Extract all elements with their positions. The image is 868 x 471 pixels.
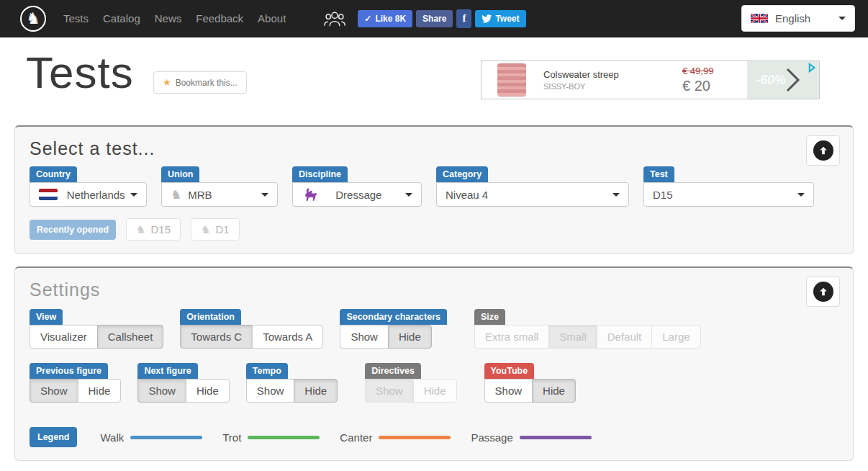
orientation-towards-c-button[interactable]: Towards C bbox=[180, 325, 253, 349]
next-figure-show-button[interactable]: Show bbox=[137, 379, 186, 403]
ad-current-price: € 20 bbox=[682, 78, 747, 94]
discipline-value: Dressage bbox=[335, 189, 381, 201]
directives-hide-button: Hide bbox=[413, 379, 457, 403]
mrb-union-icon: ♞ bbox=[201, 224, 210, 235]
top-navbar: ♞ Tests Catalog News Feedback About ✓ Li… bbox=[0, 0, 868, 37]
legend-canter: Canter bbox=[340, 431, 451, 444]
setting-youtube: YouTube Show Hide bbox=[484, 363, 576, 403]
previous-figure-show-button[interactable]: Show bbox=[30, 379, 78, 403]
nav-item-feedback[interactable]: Feedback bbox=[189, 12, 250, 24]
select-test-panel: Select a test... Country Netherlands Uni… bbox=[14, 125, 854, 254]
country-dropdown[interactable]: Netherlands bbox=[30, 182, 147, 207]
recently-opened-badge: Recently opened bbox=[30, 220, 116, 240]
legend-trot: Trot bbox=[222, 431, 320, 444]
canter-line bbox=[379, 436, 451, 439]
youtube-hide-button[interactable]: Hide bbox=[532, 379, 576, 403]
language-selector[interactable]: English bbox=[741, 5, 855, 32]
category-dropdown[interactable]: Niveau 4 bbox=[436, 182, 629, 207]
nav-item-news[interactable]: News bbox=[148, 12, 189, 24]
test-filters: Country Netherlands Union ♞ MRB Discipli… bbox=[30, 166, 838, 207]
settings-panel: Settings View Visualizer Callsheet Orien… bbox=[14, 266, 854, 461]
facebook-share-button[interactable]: Share bbox=[416, 10, 453, 27]
legend-row: Legend Walk Trot Canter Passage bbox=[30, 427, 838, 447]
trot-line bbox=[248, 436, 320, 439]
size-small-button: Small bbox=[548, 325, 597, 349]
social-buttons: ✓ Like 8K Share f Tweet bbox=[323, 9, 529, 28]
secondary-characters-hide-button[interactable]: Hide bbox=[388, 325, 432, 349]
orientation-towards-a-button[interactable]: Towards A bbox=[252, 325, 323, 349]
youtube-show-button[interactable]: Show bbox=[484, 379, 533, 403]
setting-size-label: Size bbox=[474, 309, 505, 325]
tweet-button[interactable]: Tweet bbox=[475, 10, 525, 27]
setting-size: Size Extra small Small Default Large bbox=[474, 309, 701, 349]
ad-banner[interactable]: Colsweater streep SISSY-BOY € 49,99 € 20… bbox=[481, 60, 820, 99]
category-value: Niveau 4 bbox=[446, 189, 488, 201]
legend-badge: Legend bbox=[30, 427, 77, 447]
ad-product-name: Colsweater streep bbox=[543, 69, 619, 80]
tempo-hide-button[interactable]: Hide bbox=[294, 379, 338, 403]
chevron-down-icon bbox=[612, 193, 620, 197]
settings-row-1: View Visualizer Callsheet Orientation To… bbox=[30, 309, 838, 349]
setting-youtube-label: YouTube bbox=[484, 363, 535, 379]
bookmark-button[interactable]: ★ Bookmark this... bbox=[153, 71, 247, 94]
filter-discipline: Discipline Dressage bbox=[292, 166, 422, 207]
discipline-dropdown[interactable]: Dressage bbox=[292, 182, 422, 207]
ad-discount-label: -60% bbox=[756, 73, 786, 88]
recent-test-d15[interactable]: ♞ D15 bbox=[126, 218, 181, 241]
facebook-like-button[interactable]: ✓ Like 8K bbox=[358, 10, 412, 27]
scroll-top-button[interactable] bbox=[806, 277, 840, 307]
legend-passage: Passage bbox=[471, 431, 591, 444]
chevron-right-icon bbox=[785, 68, 801, 92]
setting-directives-label: Directives bbox=[365, 363, 421, 379]
setting-previous-figure: Previous figure Show Hide bbox=[30, 363, 121, 403]
check-icon: ✓ bbox=[364, 14, 371, 24]
filter-test: Test D15 bbox=[643, 166, 814, 207]
test-value: D15 bbox=[653, 189, 673, 201]
view-visualizer-button[interactable]: Visualizer bbox=[30, 325, 98, 349]
setting-secondary-characters-label: Secondary characters bbox=[340, 309, 447, 325]
facebook-icon[interactable]: f bbox=[456, 9, 471, 28]
filter-union: Union ♞ MRB bbox=[161, 166, 278, 207]
twitter-bird-icon bbox=[482, 14, 492, 23]
chevron-down-icon bbox=[261, 193, 268, 197]
knight-icon: ♞ bbox=[26, 11, 40, 27]
walk-line bbox=[130, 436, 202, 439]
filter-country-label: Country bbox=[30, 166, 77, 182]
tempo-show-button[interactable]: Show bbox=[246, 379, 295, 403]
legend-trot-label: Trot bbox=[222, 431, 241, 444]
recent-test-d1[interactable]: ♞ D1 bbox=[191, 218, 240, 241]
legend-walk: Walk bbox=[100, 431, 202, 444]
secondary-characters-show-button[interactable]: Show bbox=[340, 325, 389, 349]
previous-figure-hide-button[interactable]: Hide bbox=[78, 379, 122, 403]
filter-test-label: Test bbox=[643, 166, 674, 182]
select-test-title: Select a test... bbox=[30, 138, 838, 159]
adchoices-icon[interactable] bbox=[808, 63, 818, 73]
size-default-button: Default bbox=[597, 325, 653, 349]
view-callsheet-button[interactable]: Callsheet bbox=[97, 325, 164, 349]
arrow-up-icon bbox=[813, 282, 833, 302]
test-dropdown[interactable]: D15 bbox=[643, 182, 814, 207]
brand-logo[interactable]: ♞ bbox=[20, 6, 46, 32]
setting-orientation-label: Orientation bbox=[180, 309, 241, 325]
nav-item-about[interactable]: About bbox=[250, 12, 293, 24]
mrb-union-icon: ♞ bbox=[136, 224, 145, 235]
uk-flag-icon bbox=[751, 14, 768, 23]
star-icon: ★ bbox=[163, 77, 171, 88]
chevron-down-icon bbox=[130, 193, 137, 197]
page-title: Tests bbox=[26, 50, 134, 95]
next-figure-hide-button[interactable]: Hide bbox=[186, 379, 230, 403]
chevron-down-icon bbox=[797, 193, 805, 197]
directives-show-button: Show bbox=[365, 379, 414, 403]
union-dropdown[interactable]: ♞ MRB bbox=[161, 182, 278, 207]
filter-discipline-label: Discipline bbox=[292, 166, 348, 182]
filter-union-label: Union bbox=[161, 166, 199, 182]
scroll-top-button[interactable] bbox=[806, 135, 840, 166]
setting-directives: Directives Show Hide bbox=[365, 363, 456, 403]
filter-category: Category Niveau 4 bbox=[436, 166, 629, 207]
language-selected-label: English bbox=[775, 12, 810, 24]
chevron-down-icon bbox=[838, 17, 846, 20]
users-group-icon bbox=[323, 10, 346, 27]
nav-item-catalog[interactable]: Catalog bbox=[96, 12, 148, 24]
legend-walk-label: Walk bbox=[100, 431, 124, 444]
nav-item-tests[interactable]: Tests bbox=[56, 12, 96, 24]
